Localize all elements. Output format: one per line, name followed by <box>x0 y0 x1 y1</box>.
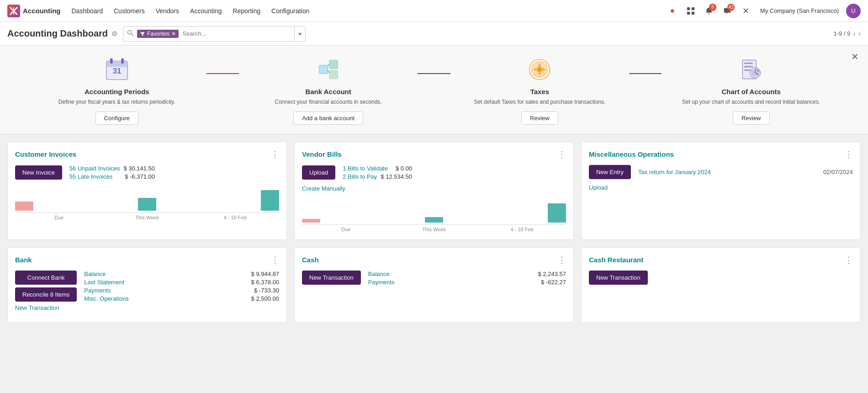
bills-pay-link[interactable]: 2 Bills to Pay <box>343 173 377 180</box>
bank-payments-label[interactable]: Payments <box>84 287 111 294</box>
card-menu-cash-restaurant[interactable]: ⋮ <box>845 255 853 265</box>
bills-validate-link[interactable]: 1 Bills to Validate <box>343 165 388 172</box>
step-desc-1: Connect your financial accounts in secon… <box>275 98 382 106</box>
new-invoice-btn[interactable]: New Invoice <box>15 165 62 180</box>
step-btn-0[interactable]: Configure <box>95 112 138 125</box>
bank-last-amount: $ 6,378.00 <box>251 279 279 286</box>
late-invoices-link[interactable]: 55 Late Invoices <box>69 173 113 180</box>
svg-rect-4 <box>692 7 694 10</box>
svg-rect-5 <box>687 11 690 14</box>
step-btn-1[interactable]: Add a bank account <box>293 112 363 125</box>
stat-row-late: 55 Late Invoices $ -6,371.00 <box>69 173 155 180</box>
nav-reporting[interactable]: Reporting <box>228 5 265 17</box>
setup-step-accounting-periods: 31 Accounting Periods Define your fiscal… <box>27 55 206 125</box>
card-title-cash: Cash <box>302 256 319 264</box>
card-menu-bank[interactable]: ⋮ <box>271 255 279 265</box>
nav-configuration[interactable]: Configuration <box>267 5 314 17</box>
cash-balance-label[interactable]: Balance <box>368 271 390 277</box>
setup-step-bank-account: Bank Account Connect your financial acco… <box>239 55 418 125</box>
invoices-chart-labels: Due This Week 4 - 10 Feb <box>15 215 279 220</box>
create-manually-link[interactable]: Create Manually <box>302 185 345 192</box>
card-header-bank: Bank ⋮ <box>15 255 279 265</box>
card-title-bank: Bank <box>15 256 32 264</box>
card-title-customer-invoices: Customer Invoices <box>15 150 76 158</box>
company-name: My Company (San Francisco) <box>757 7 842 14</box>
bar-thisweek <box>138 198 156 211</box>
bar-group-due <box>15 202 33 211</box>
brand[interactable]: Accounting <box>7 5 61 17</box>
reconcile-btn[interactable]: Reconcile 8 Items <box>15 287 77 302</box>
red-dot-btn[interactable]: ● <box>665 4 680 18</box>
new-entry-btn[interactable]: New Entry <box>589 165 631 179</box>
misc-entry-link[interactable]: Tax return for January 2024 <box>638 169 711 175</box>
chat-btn[interactable]: 42 <box>720 4 735 18</box>
nav-vendors[interactable]: Vendors <box>151 5 184 17</box>
bills-validate-amount: $ 0.00 <box>396 165 412 172</box>
unpaid-invoices-link[interactable]: 56 Unpaid Invoices <box>69 165 120 172</box>
chart-of-accounts-icon <box>736 55 766 84</box>
close-nav-btn[interactable]: ✕ <box>738 4 753 18</box>
card-menu-customer-invoices[interactable]: ⋮ <box>271 149 279 159</box>
accounting-periods-icon: 31 <box>102 55 132 84</box>
card-misc-operations: Miscellaneous Operations ⋮ New Entry Tax… <box>581 142 861 240</box>
prev-page-btn[interactable]: ‹ <box>853 30 855 38</box>
next-page-btn[interactable]: › <box>858 30 861 38</box>
svg-rect-16 <box>329 70 338 79</box>
bank-stats: Balance $ 9,944.87 Last Statement $ 6,37… <box>84 271 279 302</box>
user-avatar[interactable]: U <box>846 4 861 18</box>
bills-stats: 1 Bills to Validate $ 0.00 2 Bills to Pa… <box>343 165 412 180</box>
card-header-misc: Miscellaneous Operations ⋮ <box>589 149 853 159</box>
bills-label-due: Due <box>302 227 390 232</box>
step-title-2: Taxes <box>530 88 549 96</box>
gear-icon[interactable]: ⚙ <box>111 30 117 38</box>
card-title-cash-restaurant: Cash Restaurant <box>589 256 643 264</box>
cash-stats: Balance $ 2,243.57 Payments $ -622.27 <box>368 271 566 286</box>
bar-group-due-bills <box>302 219 320 223</box>
bar-group-thisweek-bills <box>425 217 443 223</box>
nav-dashboard[interactable]: Dashboard <box>67 5 108 17</box>
setup-step-chart-of-accounts: Chart of Accounts Set up your chart of a… <box>662 55 841 125</box>
search-dropdown-arrow[interactable]: ▾ <box>294 27 305 41</box>
step-btn-2[interactable]: Review <box>521 112 558 125</box>
card-action-row-bills: Upload 1 Bills to Validate $ 0.00 2 Bill… <box>302 165 566 180</box>
nav-icons: ● 8 42 ✕ My Company (San Francisco) U <box>665 4 861 18</box>
label-due: Due <box>15 215 103 220</box>
bank-balance-amount: $ 9,944.87 <box>251 271 279 277</box>
setup-banner: ✕ 31 Accounting Periods Define your fisc… <box>0 46 868 134</box>
search-bar[interactable]: Favorites ✕ ▾ <box>123 26 306 42</box>
step-title-3: Chart of Accounts <box>721 88 780 96</box>
step-title-0: Accounting Periods <box>85 88 149 96</box>
bank-last-label[interactable]: Last Statement <box>84 279 124 286</box>
card-menu-vendor-bills[interactable]: ⋮ <box>558 149 566 159</box>
brand-name: Accounting <box>23 7 61 15</box>
cash-new-transaction-btn[interactable]: New Transaction <box>302 271 361 285</box>
card-menu-cash[interactable]: ⋮ <box>558 255 566 265</box>
search-input[interactable] <box>180 30 294 37</box>
bank-balance-label[interactable]: Balance <box>84 271 106 277</box>
bank-new-transaction-link[interactable]: New Transaction <box>15 304 77 311</box>
pagination-text: 1-9 / 9 <box>833 30 850 37</box>
grid-btn[interactable] <box>683 4 698 18</box>
svg-text:31: 31 <box>112 67 121 75</box>
svg-rect-15 <box>329 60 338 69</box>
bank-misc-label[interactable]: Misc. Operations <box>84 295 129 302</box>
bank-payments-amount: $ -733.30 <box>254 287 279 294</box>
nav-accounting[interactable]: Accounting <box>185 5 226 17</box>
banner-close-btn[interactable]: ✕ <box>851 51 859 62</box>
upload-bills-btn[interactable]: Upload <box>302 165 335 180</box>
connect-bank-btn[interactable]: Connect Bank <box>15 271 77 285</box>
filter-remove-btn[interactable]: ✕ <box>171 31 176 37</box>
nav-customers[interactable]: Customers <box>109 5 149 17</box>
bar-group-feb <box>261 190 279 211</box>
cash-payments-amount: $ -622.27 <box>541 279 566 286</box>
bar-thisweek-bills <box>425 217 443 223</box>
cash-payments-label[interactable]: Payments <box>368 279 395 286</box>
bell-btn[interactable]: 8 <box>702 4 716 18</box>
cash-restaurant-new-transaction-btn[interactable]: New Transaction <box>589 271 648 285</box>
card-action-row-invoices: New Invoice 56 Unpaid Invoices $ 30,141.… <box>15 165 279 180</box>
misc-upload-link[interactable]: Upload <box>589 184 608 191</box>
svg-point-19 <box>537 67 542 72</box>
bank-stat-balance: Balance $ 9,944.87 <box>84 271 279 277</box>
card-menu-misc[interactable]: ⋮ <box>845 149 853 159</box>
step-btn-3[interactable]: Review <box>733 112 770 125</box>
